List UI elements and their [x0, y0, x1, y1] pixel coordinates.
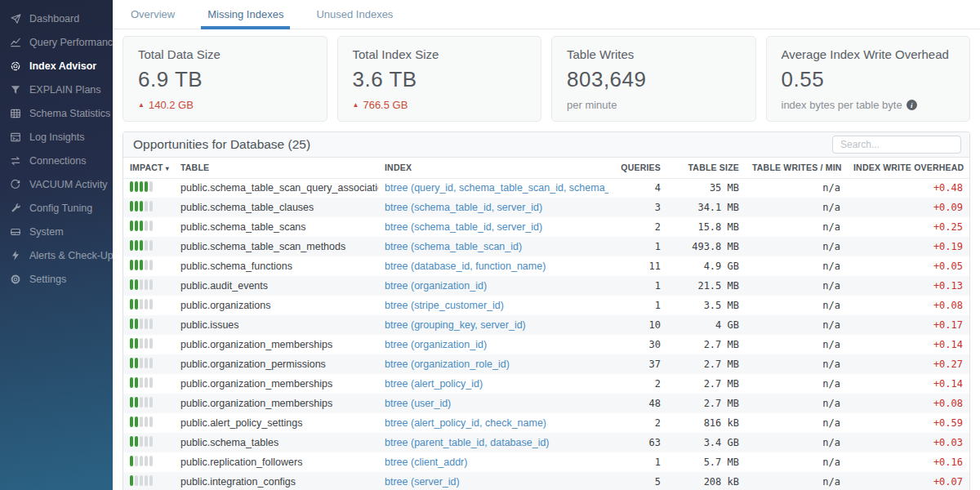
table-size-cell: 5.7 MB	[667, 452, 746, 472]
index-link[interactable]: btree (parent_table_id, database_id)	[385, 437, 550, 448]
table-row[interactable]: public.integration_configsbtree (server_…	[123, 472, 969, 490]
overhead-cell: +0.19	[847, 237, 969, 256]
sidebar-item-log-insights[interactable]: Log Insights	[0, 125, 113, 149]
info-icon[interactable]: i	[906, 100, 917, 110]
impact-bars	[130, 181, 153, 192]
stat-card-value: 0.55	[782, 67, 956, 92]
impact-bars	[130, 299, 153, 310]
index-link[interactable]: btree (schema_table_scan_id)	[385, 241, 522, 252]
impact-bars	[130, 220, 153, 231]
panel-header: Opportunities for Database (25)	[123, 132, 969, 158]
index-link[interactable]: btree (client_addr)	[385, 457, 467, 468]
sidebar-item-settings[interactable]: Settings	[0, 267, 113, 291]
table-row[interactable]: public.organization_membershipsbtree (al…	[123, 374, 969, 394]
table-name-cell: public.schema_table_scan_query_associati…	[174, 178, 378, 198]
sidebar-item-label: VACUUM Activity	[29, 179, 108, 190]
index-link[interactable]: btree (alert_policy_id)	[385, 378, 483, 390]
sidebar-item-connections[interactable]: Connections	[0, 149, 113, 172]
index-link[interactable]: btree (schema_table_id, server_id)	[385, 221, 542, 233]
table-row[interactable]: public.schema_table_clausesbtree (schema…	[123, 198, 969, 217]
table-size-cell: 3.5 MB	[667, 296, 746, 315]
sidebar-item-explain-plans[interactable]: EXPLAIN Plans	[0, 78, 113, 101]
table-row[interactable]: public.organizationsbtree (stripe_custom…	[123, 296, 969, 315]
explain-plans-icon	[10, 84, 21, 96]
table-row[interactable]: public.schema_functionsbtree (database_i…	[123, 256, 969, 276]
tab-unused-indexes[interactable]: Unused Indexes	[310, 0, 399, 29]
impact-cell	[123, 178, 174, 198]
sidebar-item-schema-statistics[interactable]: Schema Statistics	[0, 101, 113, 125]
index-link[interactable]: btree (grouping_key, server_id)	[385, 319, 526, 331]
index-link[interactable]: btree (server_id)	[385, 476, 460, 488]
index-link[interactable]: btree (organization_id)	[385, 339, 487, 350]
table-name-cell: public.organization_memberships	[174, 374, 378, 394]
index-link[interactable]: btree (organization_id)	[385, 280, 487, 292]
table-row[interactable]: public.organization_membershipsbtree (us…	[123, 394, 969, 413]
index-link[interactable]: btree (alert_policy_id, check_name)	[385, 417, 546, 429]
table-row[interactable]: public.schema_table_scan_methodsbtree (s…	[123, 237, 969, 256]
impact-cell	[123, 217, 174, 237]
overhead-cell: +0.03	[847, 433, 969, 452]
table-writes-cell: n/a	[746, 394, 847, 413]
table-row[interactable]: public.schema_tablesbtree (parent_table_…	[123, 433, 969, 452]
index-cell: btree (organization_id)	[378, 335, 608, 354]
column-header-queries[interactable]: Queries	[608, 158, 667, 178]
sidebar-item-alerts-check-up[interactable]: Alerts & Check-Up	[0, 243, 113, 267]
index-link[interactable]: btree (database_id, function_name)	[385, 261, 546, 272]
table-row[interactable]: public.audit_eventsbtree (organization_i…	[123, 276, 969, 296]
index-link[interactable]: btree (stripe_customer_id)	[385, 300, 504, 311]
stat-card-table-writes: Table Writes803,649per minute	[551, 36, 756, 122]
table-row[interactable]: public.alert_policy_settingsbtree (alert…	[123, 413, 969, 433]
column-header-index-write-overhead[interactable]: Index Write Overhead	[847, 158, 969, 178]
stat-card-value: 3.6 TB	[353, 67, 527, 92]
table-name-cell: public.schema_table_scans	[174, 217, 378, 237]
tab-missing-indexes[interactable]: Missing Indexes	[201, 0, 290, 29]
tab-overview[interactable]: Overview	[124, 0, 181, 29]
table-size-cell: 3.4 GB	[667, 433, 746, 452]
overhead-cell: +0.14	[847, 374, 969, 394]
table-name-cell: public.replication_followers	[174, 452, 378, 472]
table-name-cell: public.organization_memberships	[174, 394, 378, 413]
table-row[interactable]: public.issuesbtree (grouping_key, server…	[123, 315, 969, 335]
column-header-label: Index Write Overhead	[853, 163, 964, 172]
overhead-cell: +0.13	[847, 276, 969, 296]
table-row[interactable]: public.replication_followersbtree (clien…	[123, 452, 969, 472]
opportunities-table: Impact▾TableIndexQueriesTable SizeTable …	[123, 158, 969, 490]
connections-icon	[10, 155, 21, 167]
column-header-impact[interactable]: Impact▾	[123, 158, 174, 178]
overhead-cell: +0.17	[847, 315, 969, 335]
sidebar-item-index-advisor[interactable]: Index Advisor	[0, 54, 113, 78]
column-header-table-writes-min[interactable]: Table Writes / Min	[746, 158, 847, 178]
table-row[interactable]: public.schema_table_scansbtree (schema_t…	[123, 217, 969, 237]
column-header-label: Table Writes / Min	[752, 163, 842, 172]
sidebar-item-vacuum-activity[interactable]: VACUUM Activity	[0, 172, 113, 196]
index-link[interactable]: btree (schema_table_id, server_id)	[385, 202, 542, 213]
index-link[interactable]: btree (user_id)	[385, 398, 451, 409]
sidebar-item-system[interactable]: System	[0, 220, 113, 243]
column-header-table[interactable]: Table	[174, 158, 378, 178]
stat-card-value: 803,649	[567, 67, 741, 92]
index-link[interactable]: btree (query_id, schema_table_scan_id, s…	[385, 182, 608, 194]
sort-caret-icon: ▾	[166, 165, 169, 172]
overhead-cell: +0.27	[847, 354, 969, 374]
column-header-index[interactable]: Index	[378, 158, 608, 178]
sidebar-item-dashboard[interactable]: Dashboard	[0, 7, 113, 30]
search-input[interactable]	[832, 136, 961, 154]
column-header-table-size[interactable]: Table Size	[667, 158, 746, 178]
sidebar-item-config-tuning[interactable]: Config Tuning	[0, 196, 113, 220]
sidebar-item-query-performance[interactable]: Query Performance	[0, 30, 113, 54]
queries-cell: 1	[608, 237, 667, 256]
impact-cell	[123, 433, 174, 452]
index-cell: btree (schema_table_scan_id)	[378, 237, 608, 256]
column-header-label: Queries	[621, 163, 661, 172]
index-link[interactable]: btree (organization_role_id)	[385, 359, 510, 370]
table-size-cell: 35 MB	[667, 178, 746, 198]
table-row[interactable]: public.organization_membershipsbtree (or…	[123, 335, 969, 354]
table-row[interactable]: public.organization_permissionsbtree (or…	[123, 354, 969, 374]
column-header-label: Impact	[130, 163, 163, 172]
sidebar: DashboardQuery PerformanceIndex AdvisorE…	[0, 0, 113, 490]
overhead-cell: +0.08	[847, 296, 969, 315]
table-size-cell: 208 kB	[667, 472, 746, 490]
table-row[interactable]: public.schema_table_scan_query_associati…	[123, 178, 969, 198]
schema-statistics-icon	[10, 108, 21, 119]
impact-cell	[123, 315, 174, 335]
